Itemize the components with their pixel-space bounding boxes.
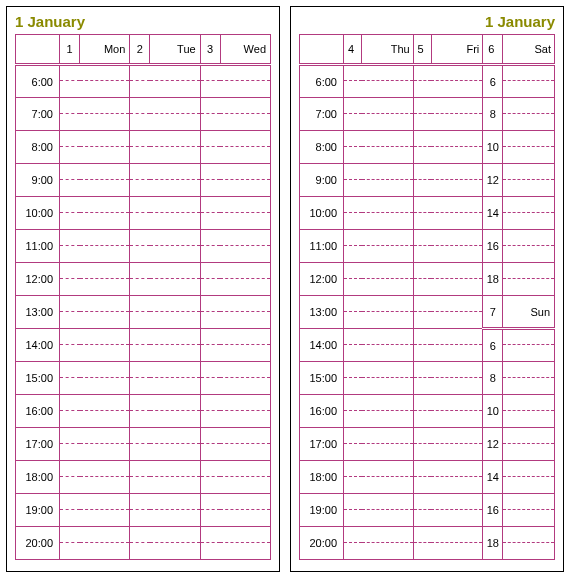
slot[interactable] [413, 411, 483, 428]
slot[interactable] [60, 510, 130, 527]
slot[interactable] [413, 230, 483, 246]
slot[interactable] [413, 378, 483, 395]
slot[interactable] [344, 296, 414, 312]
slot[interactable] [503, 411, 555, 428]
slot[interactable] [344, 444, 414, 461]
slot[interactable] [503, 114, 555, 131]
slot[interactable] [503, 246, 555, 263]
slot[interactable] [130, 428, 200, 444]
slot[interactable] [130, 411, 200, 428]
slot[interactable] [503, 444, 555, 461]
slot[interactable] [200, 263, 270, 279]
slot[interactable] [413, 246, 483, 263]
slot[interactable] [413, 98, 483, 114]
slot[interactable] [503, 362, 555, 378]
slot[interactable] [344, 362, 414, 378]
slot[interactable] [130, 527, 200, 543]
slot[interactable] [344, 81, 414, 98]
slot[interactable] [130, 329, 200, 345]
slot[interactable] [503, 510, 555, 527]
slot[interactable] [344, 494, 414, 510]
slot[interactable] [413, 395, 483, 411]
slot[interactable] [344, 378, 414, 395]
slot[interactable] [130, 444, 200, 461]
slot[interactable] [200, 213, 270, 230]
slot[interactable] [130, 263, 200, 279]
slot[interactable] [60, 131, 130, 147]
slot[interactable] [503, 543, 555, 560]
slot[interactable] [413, 296, 483, 312]
slot[interactable] [130, 312, 200, 329]
slot[interactable] [130, 230, 200, 246]
slot[interactable] [503, 494, 555, 510]
slot[interactable] [200, 197, 270, 213]
slot[interactable] [60, 494, 130, 510]
slot[interactable] [130, 81, 200, 98]
slot[interactable] [200, 477, 270, 494]
slot[interactable] [200, 461, 270, 477]
slot[interactable] [60, 263, 130, 279]
slot[interactable] [413, 428, 483, 444]
slot[interactable] [60, 147, 130, 164]
slot[interactable] [503, 213, 555, 230]
slot[interactable] [60, 527, 130, 543]
slot[interactable] [503, 197, 555, 213]
slot[interactable] [200, 81, 270, 98]
slot[interactable] [503, 395, 555, 411]
slot[interactable] [60, 164, 130, 180]
slot[interactable] [60, 444, 130, 461]
slot[interactable] [60, 213, 130, 230]
slot[interactable] [200, 65, 270, 81]
slot[interactable] [60, 345, 130, 362]
slot[interactable] [130, 180, 200, 197]
slot[interactable] [60, 230, 130, 246]
slot[interactable] [130, 395, 200, 411]
slot[interactable] [200, 378, 270, 395]
slot[interactable] [413, 197, 483, 213]
slot[interactable] [60, 246, 130, 263]
slot[interactable] [413, 345, 483, 362]
slot[interactable] [200, 296, 270, 312]
slot[interactable] [60, 362, 130, 378]
slot[interactable] [413, 131, 483, 147]
slot[interactable] [200, 444, 270, 461]
slot[interactable] [413, 494, 483, 510]
slot[interactable] [503, 131, 555, 147]
slot[interactable] [60, 98, 130, 114]
slot[interactable] [344, 180, 414, 197]
slot[interactable] [503, 147, 555, 164]
slot[interactable] [344, 543, 414, 560]
slot[interactable] [60, 411, 130, 428]
slot[interactable] [130, 131, 200, 147]
slot[interactable] [60, 428, 130, 444]
slot[interactable] [413, 543, 483, 560]
slot[interactable] [60, 395, 130, 411]
slot[interactable] [200, 246, 270, 263]
slot[interactable] [130, 362, 200, 378]
slot[interactable] [503, 279, 555, 296]
slot[interactable] [130, 494, 200, 510]
slot[interactable] [344, 197, 414, 213]
slot[interactable] [344, 312, 414, 329]
slot[interactable] [130, 296, 200, 312]
slot[interactable] [200, 312, 270, 329]
slot[interactable] [60, 461, 130, 477]
slot[interactable] [60, 65, 130, 81]
slot[interactable] [344, 263, 414, 279]
slot[interactable] [344, 147, 414, 164]
slot[interactable] [413, 461, 483, 477]
slot[interactable] [413, 527, 483, 543]
slot[interactable] [413, 65, 483, 81]
slot[interactable] [503, 65, 555, 81]
slot[interactable] [344, 428, 414, 444]
slot[interactable] [344, 510, 414, 527]
slot[interactable] [413, 213, 483, 230]
slot[interactable] [344, 329, 414, 345]
slot[interactable] [60, 378, 130, 395]
slot[interactable] [503, 81, 555, 98]
slot[interactable] [200, 147, 270, 164]
slot[interactable] [130, 461, 200, 477]
slot[interactable] [344, 98, 414, 114]
slot[interactable] [60, 114, 130, 131]
slot[interactable] [344, 164, 414, 180]
